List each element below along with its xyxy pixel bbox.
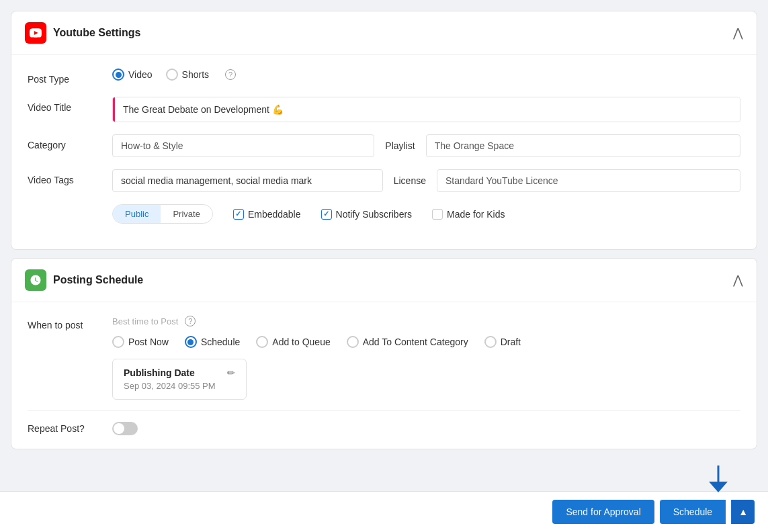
video-tags-input[interactable]: [112, 169, 383, 192]
pub-date-value: Sep 03, 2024 09:55 PM: [124, 381, 235, 391]
posting-schedule-title: Posting Schedule: [53, 274, 143, 286]
add-to-content-category-option[interactable]: Add To Content Category: [347, 336, 468, 348]
schedule-option[interactable]: Schedule: [185, 336, 240, 348]
shorts-radio-circle: [166, 69, 178, 81]
video-radio-label: Video: [128, 69, 153, 80]
visibility-toggle-group: Public Private: [112, 204, 213, 224]
draft-label: Draft: [501, 337, 521, 347]
visibility-row: Public Private Embeddable Notify Subscri…: [28, 204, 740, 224]
bottom-bar: Send for Approval Schedule ▲: [0, 491, 768, 532]
draft-radio: [484, 336, 497, 348]
add-to-content-category-label: Add To Content Category: [363, 337, 468, 347]
license-label: License: [394, 175, 426, 186]
posting-schedule-card: Posting Schedule ⋀ When to post Best tim…: [11, 258, 757, 449]
repeat-post-row: Repeat Post?: [28, 410, 740, 435]
youtube-icon: [25, 22, 46, 44]
category-select[interactable]: How-to & Style Education Entertainment: [112, 134, 374, 157]
post-type-row: Post Type Video Shorts ?: [28, 69, 740, 85]
notify-subscribers-checkbox[interactable]: Notify Subscribers: [321, 209, 413, 220]
add-to-queue-label: Add to Queue: [272, 337, 330, 347]
tags-license-controls: License Standard YouTube Licence Creativ…: [112, 169, 740, 192]
video-radio-option[interactable]: Video: [112, 69, 153, 81]
clock-icon: [25, 269, 46, 291]
header-left: Youtube Settings: [25, 22, 140, 44]
when-to-post-label: When to post: [28, 316, 101, 330]
add-to-queue-option[interactable]: Add to Queue: [256, 336, 330, 348]
video-title-input[interactable]: [115, 97, 740, 122]
best-time-help-icon[interactable]: ?: [185, 316, 196, 326]
tags-license-row: Video Tags License Standard YouTube Lice…: [28, 169, 740, 192]
public-button[interactable]: Public: [113, 205, 161, 223]
schedule-caret-button[interactable]: ▲: [731, 500, 755, 524]
category-label: Category: [28, 134, 101, 150]
content-category-radio: [347, 336, 359, 348]
youtube-settings-card: Youtube Settings ⋀ Post Type Video Sho: [11, 11, 757, 250]
private-button[interactable]: Private: [161, 205, 212, 223]
video-title-label: Video Title: [28, 97, 101, 113]
license-select-wrapper: Standard YouTube Licence Creative Common…: [437, 169, 740, 192]
best-time-row: Best time to Post ?: [112, 316, 740, 326]
posting-schedule-body: When to post Best time to Post ? Post No…: [11, 302, 757, 449]
category-playlist-row: Category How-to & Style Education Entert…: [28, 134, 740, 157]
post-type-help-icon[interactable]: ?: [225, 69, 236, 80]
made-for-kids-checkbox[interactable]: Made for Kids: [432, 209, 505, 220]
embeddable-checkbox[interactable]: Embeddable: [233, 209, 301, 220]
posting-schedule-header: Posting Schedule ⋀: [11, 259, 757, 302]
category-select-wrapper: How-to & Style Education Entertainment: [112, 134, 374, 157]
add-to-queue-radio: [256, 336, 268, 348]
repeat-post-toggle[interactable]: [112, 422, 138, 435]
shorts-radio-option[interactable]: Shorts: [166, 69, 209, 81]
video-radio-circle: [112, 69, 124, 81]
clock-svg: [30, 274, 42, 286]
youtube-settings-collapse-btn[interactable]: ⋀: [733, 26, 743, 40]
notify-subscribers-label: Notify Subscribers: [336, 209, 413, 220]
arrow-indicator: [709, 466, 728, 495]
post-now-option[interactable]: Post Now: [112, 336, 169, 348]
edit-icon[interactable]: ✏: [227, 367, 235, 378]
playlist-select[interactable]: The Orange Space No Playlist: [426, 134, 740, 157]
schedule-button[interactable]: Schedule: [660, 500, 726, 524]
pub-date-title: Publishing Date: [124, 367, 195, 378]
pub-date-header: Publishing Date ✏: [124, 367, 235, 378]
posting-schedule-collapse-btn[interactable]: ⋀: [733, 273, 743, 287]
youtube-settings-body: Post Type Video Shorts ?: [11, 55, 757, 249]
youtube-settings-header: Youtube Settings ⋀: [11, 11, 757, 55]
best-time-label: Best time to Post: [112, 316, 178, 326]
playlist-select-wrapper: The Orange Space No Playlist: [426, 134, 740, 157]
post-now-label: Post Now: [128, 337, 169, 347]
video-tags-label: Video Tags: [28, 169, 101, 185]
video-title-input-wrapper: [112, 97, 740, 122]
embeddable-label: Embeddable: [248, 209, 301, 220]
category-playlist-controls: How-to & Style Education Entertainment P…: [112, 134, 740, 157]
youtube-svg: [30, 27, 42, 39]
svg-marker-1: [709, 482, 728, 492]
notify-checkbox-box: [321, 209, 332, 220]
when-to-post-row: When to post Best time to Post ? Post No…: [28, 316, 740, 400]
youtube-settings-title: Youtube Settings: [53, 27, 140, 39]
post-type-radio-group: Video Shorts ?: [112, 69, 236, 81]
when-to-post-controls: Best time to Post ? Post Now Schedule: [112, 316, 740, 400]
publishing-date-card: Publishing Date ✏ Sep 03, 2024 09:55 PM: [112, 359, 247, 400]
post-options-group: Post Now Schedule Add to Queue Add: [112, 336, 740, 348]
made-for-kids-label: Made for Kids: [447, 209, 505, 220]
repeat-post-label: Repeat Post?: [28, 423, 101, 434]
schedule-radio: [185, 336, 197, 348]
schedule-header-left: Posting Schedule: [25, 269, 143, 291]
post-type-controls: Video Shorts ?: [112, 69, 740, 81]
arrow-down-svg: [709, 466, 728, 492]
draft-option[interactable]: Draft: [484, 336, 521, 348]
visibility-spacer: [28, 204, 101, 210]
schedule-label: Schedule: [201, 337, 240, 347]
license-select[interactable]: Standard YouTube Licence Creative Common…: [437, 169, 740, 192]
embeddable-checkbox-box: [233, 209, 244, 220]
playlist-label: Playlist: [385, 140, 415, 151]
post-type-label: Post Type: [28, 69, 101, 85]
shorts-radio-label: Shorts: [182, 69, 209, 80]
video-title-row: Video Title: [28, 97, 740, 122]
kids-checkbox-box: [432, 209, 443, 220]
send-for-approval-button[interactable]: Send for Approval: [552, 500, 654, 524]
post-now-radio: [112, 336, 124, 348]
visibility-controls: Public Private Embeddable Notify Subscri…: [112, 204, 740, 224]
